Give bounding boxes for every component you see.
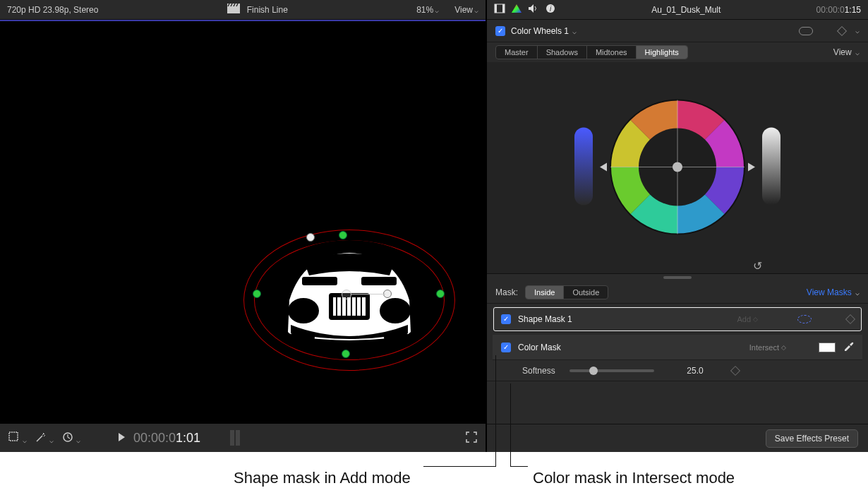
svg-marker-36 bbox=[748, 162, 755, 171]
softness-slider[interactable] bbox=[569, 369, 654, 372]
shape-mask-keyframe-icon[interactable] bbox=[845, 314, 855, 323]
clapperboard-icon bbox=[227, 4, 240, 16]
retime-tool-dropdown[interactable]: ⌵ bbox=[62, 431, 80, 445]
viewer-panel: 720p HD 23.98p, Stereo Finish Line 81%⌵ … bbox=[0, 0, 487, 452]
mask-mode-segmented: Inside Outside bbox=[525, 285, 608, 299]
svg-rect-25 bbox=[502, 4, 505, 13]
viewer-canvas[interactable] bbox=[0, 20, 486, 424]
mask-center-handle[interactable] bbox=[342, 290, 351, 299]
inspector-panel: i Au_01_Dusk_Mult 00:00:01:15 ✓ Color Wh… bbox=[487, 0, 868, 452]
enhance-tool-dropdown[interactable]: ⌵ bbox=[35, 431, 54, 445]
mask-radius-line bbox=[351, 294, 385, 294]
svg-rect-21 bbox=[9, 432, 18, 441]
viewer-toolbar: 720p HD 23.98p, Stereo Finish Line 81%⌵ … bbox=[0, 0, 486, 20]
reset-wheel-icon[interactable]: ↺ bbox=[753, 258, 762, 272]
mask-handle-left[interactable] bbox=[253, 290, 261, 298]
shape-mask-mode-dropdown[interactable]: Add ◇ bbox=[733, 314, 762, 325]
shape-mask-row[interactable]: ✓ Shape Mask 1 Add ◇ bbox=[493, 306, 862, 332]
svg-point-17 bbox=[288, 298, 319, 323]
shape-mask-checkbox[interactable]: ✓ bbox=[501, 314, 511, 324]
inspector-timecode: 00:00:01:15 bbox=[816, 5, 861, 15]
audio-meters bbox=[230, 430, 240, 446]
wheel-view-dropdown[interactable]: View ⌵ bbox=[833, 47, 860, 57]
brightness-arc[interactable] bbox=[762, 127, 780, 205]
svg-point-20 bbox=[384, 331, 409, 345]
wheel-tabs-segmented: Master Shadows Midtones Highlights bbox=[495, 45, 688, 59]
speaker-icon[interactable] bbox=[528, 4, 539, 16]
annotation-shape-label: Shape mask in Add mode bbox=[234, 469, 411, 487]
effect-options-dropdown[interactable]: ⌵ bbox=[855, 27, 860, 35]
annotation-leader-color bbox=[510, 383, 511, 466]
wheel-tab-master[interactable]: Master bbox=[496, 46, 538, 59]
softness-label: Softness bbox=[522, 366, 555, 376]
color-mask-checkbox[interactable]: ✓ bbox=[501, 343, 511, 352]
softness-row: Softness 25.0 bbox=[487, 360, 868, 381]
wheel-tab-shadows[interactable]: Shadows bbox=[538, 46, 587, 59]
wheel-tab-highlights[interactable]: Highlights bbox=[637, 46, 687, 59]
wheel-tab-row: Master Shadows Midtones Highlights View … bbox=[487, 42, 868, 62]
color-mask-swatch[interactable] bbox=[819, 343, 836, 352]
view-masks-dropdown[interactable]: View Masks ⌵ bbox=[807, 287, 860, 297]
annotation-leader-shape bbox=[495, 355, 496, 466]
color-mask-name: Color Mask bbox=[518, 343, 561, 352]
mask-handle-right[interactable] bbox=[436, 290, 445, 298]
mask-mode-outside[interactable]: Outside bbox=[564, 286, 608, 299]
view-dropdown[interactable]: View⌵ bbox=[454, 5, 478, 15]
color-icon[interactable] bbox=[511, 4, 522, 16]
svg-rect-0 bbox=[227, 6, 240, 13]
film-icon[interactable] bbox=[494, 4, 505, 16]
mask-label: Mask: bbox=[495, 287, 518, 297]
crop-tool-dropdown[interactable]: ⌵ bbox=[8, 431, 27, 445]
svg-point-19 bbox=[289, 331, 315, 345]
mask-handle-top-inner[interactable] bbox=[339, 231, 347, 239]
svg-marker-26 bbox=[512, 4, 522, 13]
shape-mask-name: Shape Mask 1 bbox=[518, 314, 572, 324]
viewer-timecode[interactable]: 00:00:01:01 bbox=[133, 430, 200, 446]
inspector-clip-title: Au_01_Dusk_Mult bbox=[562, 5, 811, 15]
zoom-dropdown[interactable]: 81%⌵ bbox=[416, 5, 439, 15]
color-mask-mode-dropdown[interactable]: Intersect ◇ bbox=[745, 342, 790, 353]
svg-rect-8 bbox=[361, 277, 397, 285]
softness-keyframe-icon[interactable] bbox=[730, 365, 740, 375]
saturation-arc[interactable] bbox=[574, 127, 593, 205]
clip-name: Finish Line bbox=[247, 5, 288, 15]
mask-shape-icon[interactable] bbox=[799, 27, 813, 35]
annotation-color-label: Color mask in Intersect mode bbox=[533, 469, 735, 487]
svg-rect-7 bbox=[302, 277, 337, 285]
color-mask-row[interactable]: ✓ Color Mask Intersect ◇ bbox=[493, 335, 862, 360]
color-wheel-area: ↺ bbox=[487, 62, 868, 274]
inspector-footer: Save Effects Preset bbox=[487, 424, 868, 452]
eyedropper-icon[interactable] bbox=[843, 340, 854, 354]
svg-marker-35 bbox=[600, 162, 607, 171]
effect-header: ✓ Color Wheels 1 ⌵ ⌵ bbox=[487, 20, 868, 42]
mask-mode-inside[interactable]: Inside bbox=[526, 286, 564, 299]
annotation-labels: Shape mask in Add mode Color mask in Int… bbox=[0, 458, 868, 500]
svg-point-34 bbox=[673, 162, 682, 172]
svg-point-18 bbox=[380, 298, 411, 323]
effect-name-dropdown[interactable]: Color Wheels 1 ⌵ bbox=[511, 26, 577, 36]
info-icon[interactable]: i bbox=[545, 4, 556, 16]
inspector-tabs: i Au_01_Dusk_Mult 00:00:01:15 bbox=[487, 0, 868, 20]
save-effects-preset-button[interactable]: Save Effects Preset bbox=[766, 429, 858, 448]
softness-value[interactable]: 25.0 bbox=[668, 366, 704, 376]
panel-divider[interactable] bbox=[663, 276, 692, 279]
shape-mask-ellipse-icon[interactable] bbox=[797, 315, 812, 323]
fullscreen-icon[interactable] bbox=[466, 431, 477, 445]
color-wheel[interactable] bbox=[593, 82, 762, 251]
effect-enable-checkbox[interactable]: ✓ bbox=[495, 26, 505, 36]
play-button[interactable] bbox=[119, 433, 125, 444]
format-label: 720p HD 23.98p, Stereo bbox=[7, 5, 98, 15]
keyframe-icon[interactable] bbox=[837, 25, 847, 35]
svg-rect-24 bbox=[495, 4, 497, 13]
mask-handle-top[interactable] bbox=[306, 233, 315, 242]
mask-handle-bottom[interactable] bbox=[342, 350, 350, 358]
mask-header-row: Mask: Inside Outside View Masks ⌵ bbox=[487, 281, 868, 304]
viewer-transport-bar: ⌵ ⌵ ⌵ 00:00:01:01 bbox=[0, 424, 486, 452]
wheel-tab-midtones[interactable]: Midtones bbox=[587, 46, 637, 59]
